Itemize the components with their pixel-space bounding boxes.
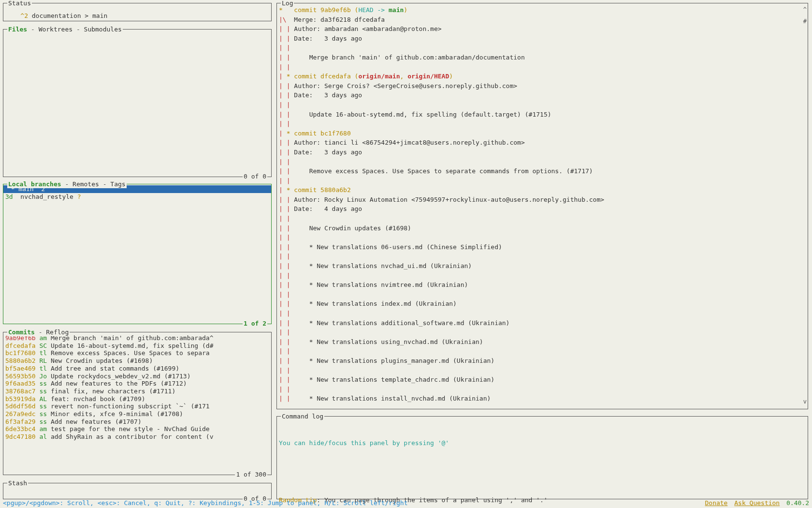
log-line: | | Author: ambaradan <ambaradan@proton.… (279, 24, 806, 34)
log-line: | | Update 16-about-sytemd.md, fix spell… (279, 110, 806, 120)
log-line: | | Date: 4 days ago (279, 204, 806, 214)
files-tabs[interactable]: Files - Worktrees - Submodules (7, 26, 123, 33)
log-line: | | Date: 3 days ago (279, 34, 806, 44)
donate-link[interactable]: Donate (705, 499, 727, 507)
log-line: | | Author: Rocky Linux Automation <7594… (279, 195, 806, 205)
ask-question-link[interactable]: Ask Question (734, 499, 780, 507)
files-counter: 0 of 0 (243, 173, 267, 180)
command-log-panel[interactable]: Command log You can hide/focus this pane… (276, 416, 808, 499)
tab-remotes[interactable]: Remotes (72, 180, 99, 188)
log-line: | | (279, 157, 806, 167)
stash-title: Stash (7, 479, 28, 487)
log-line: |\ Merge: da3f6218 dfcedafa (279, 15, 806, 25)
commit-row[interactable]: dfcedafa SC Update 16-about-sytemd.md, f… (5, 342, 269, 350)
commit-row[interactable]: 6f3afa29 ss Add new features (#1707) (5, 418, 269, 426)
commit-row[interactable]: 56593b50 Jo Update rockydocs_webdev_v2.m… (5, 373, 269, 380)
log-line: | | (279, 328, 806, 337)
log-line: | | (279, 271, 806, 281)
log-line: | | * New translations using_nvchad.md (… (279, 337, 806, 347)
log-panel[interactable]: Log * commit 9ab9ef6b (HEAD -> main)|\ M… (276, 3, 808, 409)
commits-panel[interactable]: Commits - Reflog 9ab9ef6b am Merge branc… (3, 332, 272, 475)
branch-row[interactable]: 3d nvchad_restyle ? (3, 193, 271, 201)
footer-bar: <pgup>/<pgdown>: Scroll, <esc>: Cancel, … (3, 499, 809, 507)
log-line: | | * New translations additional_softwa… (279, 318, 806, 328)
repo-name: documentation (32, 12, 81, 19)
log-line: | | (279, 233, 806, 242)
log-line: | | * New translations nvchad_ui.md (Ukr… (279, 261, 806, 271)
log-line: | | * New translations index.md (Ukraini… (279, 299, 806, 309)
tab-tags[interactable]: Tags (110, 180, 125, 188)
log-line: | | (279, 214, 806, 224)
log-line: | * commit bc1f7680 (279, 129, 806, 138)
commit-row[interactable]: bf5ae469 tl Add tree and stat commands (… (5, 365, 269, 373)
tab-local-branches[interactable]: Local branches (8, 180, 61, 188)
tab-reflog[interactable]: Reflog (46, 329, 69, 336)
log-line: | | (279, 62, 806, 72)
log-line: | | * New translations plugins_manager.m… (279, 356, 806, 366)
branches-counter: 1 of 2 (243, 320, 267, 328)
command-log-title: Command log (281, 413, 324, 420)
log-line: | | * New translations 06-users.md (Chin… (279, 242, 806, 252)
log-line: | | (279, 119, 806, 129)
log-line: | | (279, 176, 806, 186)
log-title: Log (281, 0, 294, 7)
files-panel[interactable]: Files - Worktrees - Submodules 0 of 0 (3, 29, 272, 177)
commits-tabs[interactable]: Commits - Reflog (7, 329, 70, 336)
log-line: | | Author: Serge Crois? <SergeCroise@us… (279, 81, 806, 91)
log-line: | | (279, 309, 806, 318)
stash-panel[interactable]: Stash 0 of 0 (3, 483, 272, 499)
branch-name: main (92, 12, 107, 19)
commit-row[interactable]: 267a9edc ss Minor edits, xfce 9-minimal … (5, 410, 269, 418)
log-line: | | Date: 3 days ago (279, 148, 806, 157)
scroll-pos-icon: # (803, 18, 807, 26)
commit-row[interactable]: 9f6aad35 ss Add new features to the PDFs… (5, 380, 269, 388)
log-line: | | * New translations template_chadrc.m… (279, 375, 806, 385)
log-line: | | (279, 100, 806, 110)
cmdlog-hint: You can hide/focus this panel by pressin… (279, 438, 806, 448)
log-line: | * commit dfcedafa (origin/main, origin… (279, 72, 806, 81)
commit-row[interactable]: 6de33bc4 am test page for the new style … (5, 425, 269, 433)
log-line: | | Merge branch 'main' of github.com:am… (279, 53, 806, 62)
scroll-down-icon: v (803, 398, 807, 406)
log-line: | | Author: tianci li <86754294+jimcat8@… (279, 138, 806, 148)
log-line: | | (279, 385, 806, 394)
commit-row[interactable]: 5d6df56d ss revert non-functioning subsc… (5, 403, 269, 410)
log-line: | | (279, 43, 806, 53)
commit-row[interactable]: bc1f7680 tl Remove excess Spaces. Use Sp… (5, 349, 269, 357)
repo-marker: ^2 (20, 12, 28, 19)
help-text: <pgup>/<pgdown>: Scroll, <esc>: Cancel, … (3, 499, 407, 507)
log-line: | * commit 5880a6b2 (279, 185, 806, 195)
commit-row[interactable]: 38768ac7 ss final fix, new characters (#… (5, 388, 269, 395)
commit-row[interactable]: 5880a6b2 RL New Crowdin updates (#1698) (5, 357, 269, 365)
commits-counter: 1 of 300 (235, 471, 267, 478)
log-line: | | * New translations install_nvchad.md… (279, 394, 806, 403)
log-line: | | New Crowdin updates (#1698) (279, 224, 806, 233)
log-line: | | (279, 366, 806, 375)
branches-panel[interactable]: Local branches - Remotes - Tags * main ^… (3, 184, 272, 324)
tab-files[interactable]: Files (8, 26, 27, 33)
log-line: | | (279, 290, 806, 299)
branches-tabs[interactable]: Local branches - Remotes - Tags (7, 180, 127, 188)
tab-submodules[interactable]: Submodules (84, 26, 122, 33)
tab-worktrees[interactable]: Worktrees (39, 26, 72, 33)
status-panel[interactable]: Status ^2 documentation > main (3, 3, 272, 21)
log-line: | | Remove excess Spaces. Use Spaces to … (279, 166, 806, 176)
log-line: | | Date: 3 days ago (279, 90, 806, 100)
log-line: | | (279, 346, 806, 356)
commit-row[interactable]: 9dc47180 al add ShyRain as a contributor… (5, 433, 269, 441)
tab-commits[interactable]: Commits (8, 329, 35, 336)
log-line: | | * New translations nvimtree.md (Ukra… (279, 280, 806, 290)
status-title: Status (7, 0, 32, 7)
log-line: | | (279, 252, 806, 261)
version-label: 0.40.2 (786, 499, 809, 507)
scroll-up-icon: ^ (803, 6, 807, 14)
log-line: * commit 9ab9ef6b (HEAD -> main) (279, 5, 806, 15)
commit-row[interactable]: b53919da AL feat: nvchad book (#1709) (5, 395, 269, 403)
